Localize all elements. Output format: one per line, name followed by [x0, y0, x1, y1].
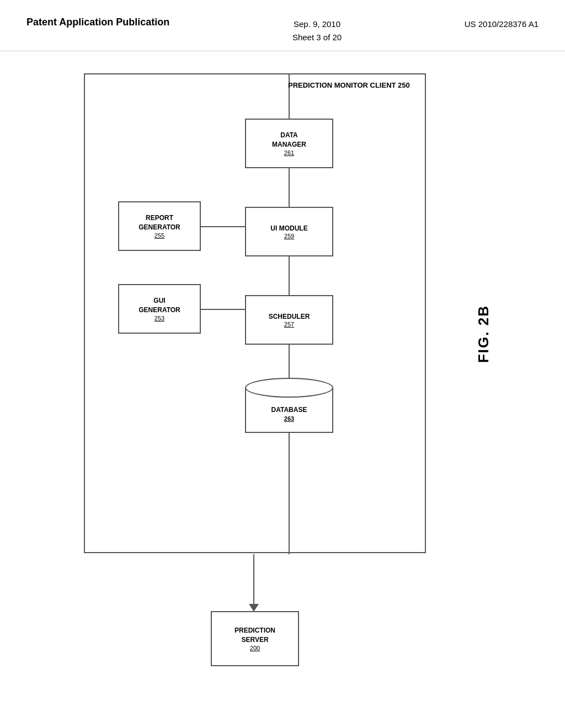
prediction-monitor-client-box: REPORT GENERATOR 255 GUI GENERATOR 253 [84, 73, 426, 553]
header-date-sheet: Sep. 9, 2010 Sheet 3 of 20 [292, 15, 342, 44]
data-manager-label: DATA MANAGER [272, 131, 306, 149]
main-content: REPORT GENERATOR 255 GUI GENERATOR 253 [0, 51, 565, 713]
scheduler-label: SCHEDULER [269, 312, 310, 322]
figure-label: FIG. 2B [475, 305, 492, 363]
scheduler-box: SCHEDULER 257 [245, 295, 333, 345]
report-generator-number: 255 [138, 232, 180, 239]
publication-date: Sep. 9, 2010 [294, 19, 340, 29]
patent-number: US 2010/228376 A1 [465, 15, 539, 31]
database-cylinder: DATABASE 263 [245, 378, 333, 438]
prediction-server-box: PREDICTION SERVER 200 [211, 611, 299, 666]
database-label: DATABASE 263 [245, 405, 333, 423]
gui-generator-box: GUI GENERATOR 253 [118, 284, 201, 334]
sheet-info: Sheet 3 of 20 [292, 33, 342, 42]
arrow-head-down [249, 604, 259, 612]
scheduler-number: 257 [269, 321, 310, 328]
report-generator-box: REPORT GENERATOR 255 [118, 201, 201, 251]
prediction-monitor-client-label: PREDICTION MONITOR CLIENT 250 [288, 81, 488, 90]
report-generator-label: REPORT GENERATOR [138, 213, 180, 232]
data-manager-box: DATA MANAGER 261 [245, 119, 333, 168]
prediction-server-label: PREDICTION SERVER [234, 626, 275, 645]
database-container: DATABASE 263 [245, 378, 333, 438]
data-manager-number: 261 [272, 149, 306, 156]
publication-title: Patent Application Publication [26, 15, 169, 29]
page-header: Patent Application Publication Sep. 9, 2… [0, 0, 565, 51]
gui-generator-label: GUI GENERATOR [138, 296, 180, 315]
gui-generator-number: 253 [138, 315, 180, 322]
diagram-area: REPORT GENERATOR 255 GUI GENERATOR 253 [67, 73, 498, 713]
ui-module-label: UI MODULE [270, 224, 307, 233]
ui-module-number: 259 [270, 233, 307, 239]
arrow-line-down [253, 554, 254, 604]
cylinder-top [245, 378, 333, 398]
ui-module-box: UI MODULE 259 [245, 207, 333, 256]
prediction-server-number: 200 [234, 645, 275, 651]
